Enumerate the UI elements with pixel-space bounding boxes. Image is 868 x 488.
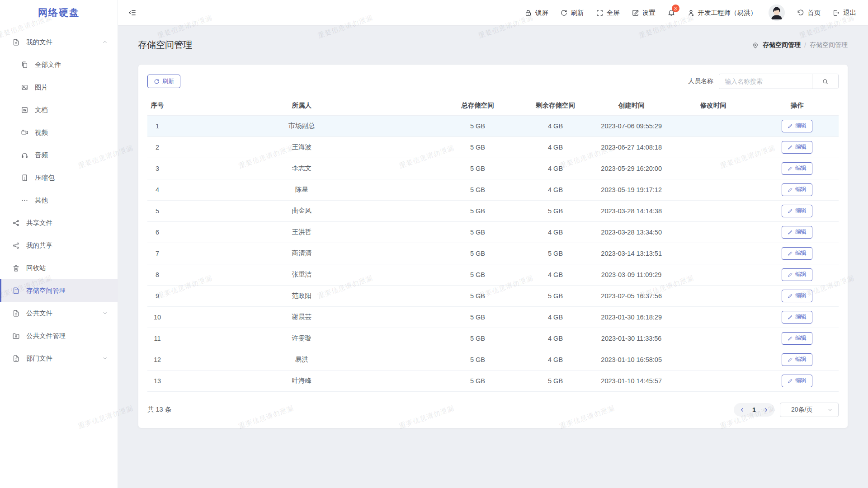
sidebar-item-archives[interactable]: 压缩包 <box>0 166 118 189</box>
cell-owner: 商清清 <box>167 243 436 264</box>
edit-button[interactable]: 编辑 <box>782 162 812 175</box>
pencil-icon <box>788 145 793 150</box>
edit-button[interactable]: 编辑 <box>782 247 812 260</box>
sidebar-item-shared-files[interactable]: 共享文件 <box>0 211 118 234</box>
chevron-up-icon <box>102 39 108 45</box>
sidebar-item-images[interactable]: 图片 <box>0 76 118 99</box>
prev-page-button[interactable] <box>736 403 748 417</box>
logout-label: 退出 <box>843 9 856 17</box>
pager-pill: 1 <box>734 403 774 417</box>
table-row: 3 李志文 5 GB 4 GB 2023-05-29 16:20:00 编辑 <box>147 158 839 179</box>
cell-remain: 4 GB <box>519 221 592 243</box>
search-label: 人员名称 <box>688 77 713 85</box>
edit-label: 编辑 <box>795 143 807 151</box>
cell-modified <box>671 243 755 264</box>
pencil-icon <box>788 314 793 320</box>
sidebar-item-videos[interactable]: 视频 <box>0 121 118 144</box>
refresh-icon <box>560 9 568 17</box>
edit-button[interactable]: 编辑 <box>782 141 812 154</box>
user-menu[interactable]: 开发工程师（易洪） <box>687 9 757 17</box>
search-button[interactable] <box>812 74 838 89</box>
cell-owner: 许雯璇 <box>167 328 436 349</box>
sidebar-item-storage-management[interactable]: 存储空间管理 <box>0 279 118 302</box>
cell-modified <box>671 264 755 285</box>
sidebar-item-public-files[interactable]: 公共文件 <box>0 302 118 324</box>
edit-label: 编辑 <box>795 122 807 130</box>
edit-button[interactable]: 编辑 <box>782 268 812 281</box>
sidebar-item-label: 回收站 <box>26 264 46 272</box>
headphones-icon <box>21 151 28 159</box>
edit-button[interactable]: 编辑 <box>782 226 812 239</box>
cell-seq: 7 <box>147 243 167 264</box>
settings-button[interactable]: 设置 <box>632 9 656 17</box>
refresh-label: 刷新 <box>571 9 584 17</box>
cell-modified <box>671 179 755 200</box>
edit-button[interactable]: 编辑 <box>782 311 812 324</box>
video-icon <box>21 129 28 136</box>
edit-button[interactable]: 编辑 <box>782 353 812 366</box>
sidebar-item-label: 公共文件管理 <box>26 332 66 340</box>
cell-total: 5 GB <box>436 243 519 264</box>
cell-modified <box>671 221 755 243</box>
sidebar-item-department-files[interactable]: 部门文件 <box>0 347 118 370</box>
cell-owner: 谢晨芸 <box>167 306 436 328</box>
cell-created: 2023-03-09 11:09:29 <box>592 264 671 285</box>
breadcrumb-root[interactable]: 存储空间管理 <box>763 41 801 49</box>
doc-icon <box>21 106 28 114</box>
avatar[interactable] <box>769 5 785 21</box>
edit-button[interactable]: 编辑 <box>782 290 812 302</box>
home-button[interactable]: 首页 <box>797 9 821 17</box>
sidebar-item-audio[interactable]: 音频 <box>0 144 118 166</box>
sidebar-collapse-button[interactable] <box>128 8 137 17</box>
sidebar-item-other[interactable]: 其他 <box>0 189 118 211</box>
fullscreen-icon <box>596 9 604 17</box>
breadcrumb-separator: / <box>804 42 806 49</box>
cell-remain: 5 GB <box>519 243 592 264</box>
main-content: 存储空间管理 存储空间管理 / 存储空间管理 刷新 人员名称 <box>118 25 868 488</box>
cell-total: 5 GB <box>436 328 519 349</box>
cell-seq: 4 <box>147 179 167 200</box>
current-page[interactable]: 1 <box>748 406 760 413</box>
page-title: 存储空间管理 <box>138 39 192 51</box>
edit-button[interactable]: 编辑 <box>782 332 812 345</box>
sidebar-item-all-files[interactable]: 全部文件 <box>0 53 118 76</box>
edit-button[interactable]: 编辑 <box>782 120 812 132</box>
pencil-icon <box>788 166 793 171</box>
logout-icon <box>832 9 840 17</box>
cell-owner: 市场副总 <box>167 115 436 136</box>
pencil-icon <box>788 293 793 299</box>
cell-modified <box>671 136 755 158</box>
notification-badge: 3 <box>672 5 679 12</box>
edit-button[interactable]: 编辑 <box>782 375 812 387</box>
sidebar-item-recycle-bin[interactable]: 回收站 <box>0 257 118 279</box>
col-remain: 剩余存储空间 <box>519 96 592 115</box>
edit-button[interactable]: 编辑 <box>782 183 812 196</box>
refresh-button[interactable]: 刷新 <box>560 9 584 17</box>
edit-label: 编辑 <box>795 249 807 257</box>
cell-modified <box>671 200 755 221</box>
sidebar-item-my-files[interactable]: 我的文件 <box>0 31 118 53</box>
cell-total: 5 GB <box>436 306 519 328</box>
table-refresh-button[interactable]: 刷新 <box>147 75 180 88</box>
search-group <box>719 74 839 89</box>
edit-button[interactable]: 编辑 <box>782 205 812 217</box>
cell-remain: 4 GB <box>519 264 592 285</box>
fullscreen-button[interactable]: 全屏 <box>596 9 620 17</box>
page-size-select[interactable]: 20条/页 <box>780 403 839 417</box>
cell-total: 5 GB <box>436 221 519 243</box>
cell-created: 2023-05-29 16:20:00 <box>592 158 671 179</box>
edit-label: 编辑 <box>795 186 807 193</box>
fullscreen-label: 全屏 <box>607 9 620 17</box>
cell-remain: 4 GB <box>519 136 592 158</box>
cell-remain: 5 GB <box>519 285 592 306</box>
lock-screen-button[interactable]: 锁屏 <box>524 9 548 17</box>
sidebar-item-my-shares[interactable]: 我的共享 <box>0 234 118 257</box>
search-input[interactable] <box>719 74 812 89</box>
sidebar-item-public-files-management[interactable]: 公共文件管理 <box>0 324 118 347</box>
cell-total: 5 GB <box>436 370 519 391</box>
notifications-button[interactable]: 3 <box>667 9 675 17</box>
sidebar-item-documents[interactable]: 文档 <box>0 99 118 121</box>
logout-button[interactable]: 退出 <box>832 9 856 17</box>
cell-owner: 李志文 <box>167 158 436 179</box>
next-page-button[interactable] <box>760 403 772 417</box>
